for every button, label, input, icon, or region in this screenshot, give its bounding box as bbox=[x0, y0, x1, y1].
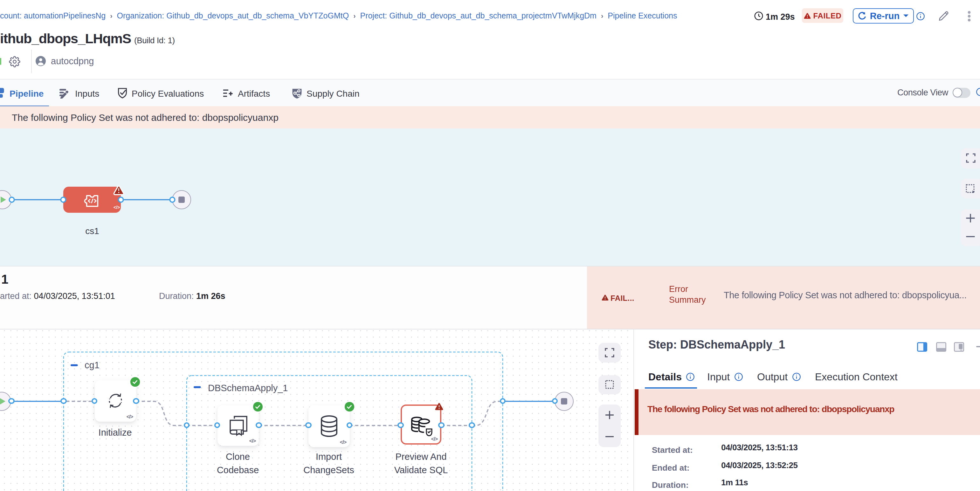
svg-text:</>: </> bbox=[113, 205, 120, 210]
